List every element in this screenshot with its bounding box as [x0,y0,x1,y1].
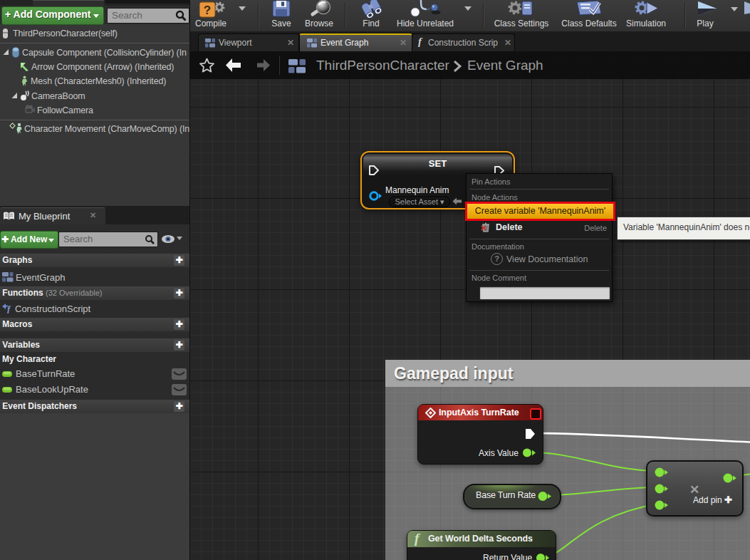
svg-text:?: ? [204,4,211,17]
svg-text:f: f [7,304,11,313]
